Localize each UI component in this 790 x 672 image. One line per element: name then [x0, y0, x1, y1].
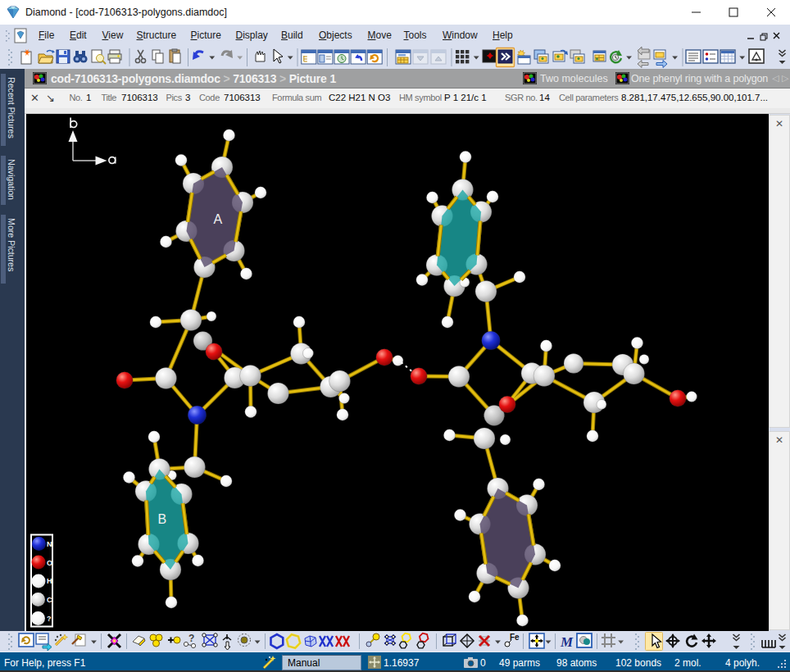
- svg-text:B: B: [158, 512, 167, 526]
- svg-text:C: C: [47, 596, 52, 604]
- svg-text:N: N: [47, 540, 52, 548]
- svg-text:M: M: [560, 634, 574, 650]
- svg-text:O: O: [47, 559, 52, 567]
- svg-text:?: ?: [188, 633, 194, 644]
- svg-text:?: ?: [47, 615, 52, 623]
- svg-text:H: H: [47, 577, 52, 585]
- svg-text:A: A: [214, 212, 223, 226]
